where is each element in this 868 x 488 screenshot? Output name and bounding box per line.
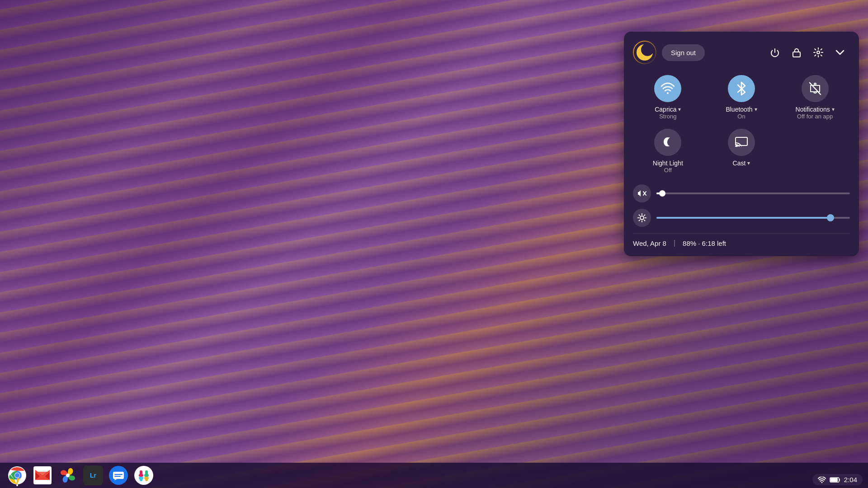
app-lightroom[interactable]: Lr bbox=[83, 465, 103, 485]
taskbar: Lr bbox=[0, 463, 868, 488]
svg-point-11 bbox=[640, 216, 644, 220]
avatar[interactable] bbox=[633, 41, 656, 64]
wifi-tile-icon bbox=[654, 75, 681, 102]
svg-point-2 bbox=[641, 43, 654, 56]
app-messages[interactable] bbox=[108, 465, 128, 485]
svg-point-6 bbox=[814, 83, 816, 85]
bluetooth-label: Bluetooth ▾ On bbox=[726, 106, 757, 120]
app-active-indicator bbox=[16, 484, 18, 486]
volume-mute-icon[interactable] bbox=[633, 184, 651, 202]
cast-label: Cast ▾ bbox=[733, 160, 750, 167]
night-light-tile-icon bbox=[654, 129, 681, 156]
svg-line-18 bbox=[644, 215, 645, 216]
quick-settings-panel: Sign out bbox=[624, 32, 859, 256]
power-button[interactable] bbox=[765, 42, 785, 62]
brightness-fill bbox=[656, 217, 830, 219]
volume-slider-row bbox=[633, 184, 850, 202]
notifications-tile[interactable]: Notifications ▾ Off for an app bbox=[780, 75, 850, 120]
empty-tile bbox=[780, 129, 850, 174]
tray-battery-icon bbox=[830, 477, 840, 483]
brightness-icon[interactable] bbox=[633, 209, 651, 227]
svg-rect-40 bbox=[139, 477, 143, 479]
lock-button[interactable] bbox=[787, 42, 807, 62]
night-light-tile[interactable]: Night Light Off bbox=[633, 129, 703, 174]
svg-rect-35 bbox=[139, 474, 143, 477]
svg-rect-8 bbox=[736, 137, 747, 145]
svg-rect-3 bbox=[793, 52, 800, 57]
brightness-slider[interactable] bbox=[656, 217, 850, 219]
settings-button[interactable] bbox=[808, 42, 828, 62]
volume-slider[interactable] bbox=[656, 192, 850, 194]
svg-point-32 bbox=[134, 466, 153, 485]
collapse-button[interactable] bbox=[830, 42, 850, 62]
bluetooth-tile-icon bbox=[728, 75, 755, 102]
tray-time: 2:04 bbox=[844, 476, 857, 483]
panel-header: Sign out bbox=[633, 41, 850, 64]
notifications-label: Notifications ▾ Off for an app bbox=[796, 106, 835, 120]
bluetooth-tile[interactable]: Bluetooth ▾ On bbox=[707, 75, 777, 120]
svg-line-17 bbox=[644, 220, 645, 221]
svg-point-4 bbox=[817, 51, 820, 54]
app-slack[interactable] bbox=[134, 465, 154, 485]
header-icons bbox=[765, 42, 850, 62]
svg-point-5 bbox=[667, 92, 669, 94]
footer-battery: 88% · 6:18 left bbox=[683, 239, 726, 247]
svg-rect-38 bbox=[144, 474, 149, 477]
sign-out-button[interactable]: Sign out bbox=[662, 44, 705, 61]
quick-tiles-row2: Night Light Off Cast ▾ bbox=[633, 129, 850, 174]
svg-point-43 bbox=[821, 482, 822, 483]
panel-footer: Wed, Apr 8 | 88% · 6:18 left bbox=[633, 233, 850, 247]
volume-thumb[interactable] bbox=[659, 190, 665, 197]
brightness-slider-row bbox=[633, 209, 850, 227]
svg-rect-45 bbox=[839, 479, 840, 481]
night-light-label: Night Light Off bbox=[653, 160, 683, 174]
svg-rect-29 bbox=[113, 472, 124, 479]
svg-line-16 bbox=[639, 215, 640, 216]
app-gmail[interactable] bbox=[33, 465, 52, 485]
tray-wifi-icon bbox=[818, 477, 826, 483]
notifications-tile-icon bbox=[802, 75, 829, 102]
wifi-tile[interactable]: Caprica ▾ Strong bbox=[633, 75, 703, 120]
app-chrome[interactable] bbox=[7, 465, 27, 485]
brightness-thumb[interactable] bbox=[827, 214, 834, 221]
wifi-label: Caprica ▾ Strong bbox=[655, 106, 681, 120]
svg-point-24 bbox=[15, 473, 19, 478]
quick-tiles-row1: Caprica ▾ Strong Bluetooth ▾ On bbox=[633, 75, 850, 120]
system-tray[interactable]: 2:04 bbox=[812, 474, 863, 485]
svg-point-27 bbox=[66, 474, 70, 477]
cast-tile[interactable]: Cast ▾ bbox=[707, 129, 777, 174]
cast-tile-icon bbox=[728, 129, 755, 156]
footer-date: Wed, Apr 8 bbox=[633, 239, 666, 247]
app-photos[interactable] bbox=[58, 465, 78, 485]
svg-rect-46 bbox=[830, 478, 838, 482]
svg-rect-42 bbox=[144, 477, 149, 479]
svg-line-19 bbox=[639, 220, 640, 221]
